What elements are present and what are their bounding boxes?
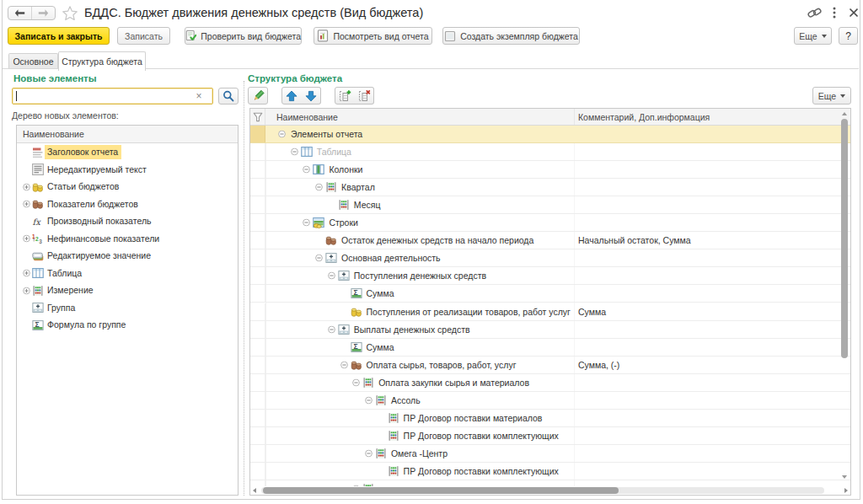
search-input[interactable] [12, 88, 213, 105]
help-button[interactable]: ? [839, 27, 858, 45]
get-link-icon[interactable] [806, 5, 823, 20]
structure-row-name: Строки [329, 214, 358, 231]
expander-minus-icon[interactable] [328, 272, 335, 280]
row-marker-cell [250, 339, 265, 356]
forward-button[interactable] [31, 7, 55, 19]
expander-minus-icon[interactable] [278, 131, 286, 138]
horizontal-scrollbar-thumb[interactable] [263, 487, 619, 494]
structure-row[interactable]: Ассоль [250, 392, 850, 410]
left-tree-item[interactable]: Заголовок отчета [17, 143, 238, 161]
structure-row[interactable]: Таблица [250, 143, 850, 161]
table-add-icon [338, 89, 351, 103]
scroll-left-icon[interactable] [253, 488, 256, 493]
search-button[interactable] [218, 88, 239, 105]
view-report-button[interactable]: Посмотреть вид отчета [314, 27, 432, 45]
structure-row[interactable]: ΣСумма [250, 285, 850, 303]
check-budget-view-button[interactable]: Проверить вид бюджета [185, 27, 302, 45]
expander-plus-icon[interactable] [23, 270, 30, 277]
move-up-button[interactable] [281, 87, 302, 105]
move-down-button[interactable] [301, 87, 321, 105]
row-marker-cell [250, 143, 265, 160]
structure-row[interactable]: ΣСумма [250, 339, 850, 357]
left-tree-item[interactable]: Таблица [17, 265, 238, 282]
structure-row-name: Остаток денежных средств на начало перио… [341, 232, 533, 249]
edit-button[interactable] [248, 87, 268, 105]
structure-row[interactable]: Остаток денежных средств на начало перио… [250, 232, 850, 249]
tab-budget-structure[interactable]: Структура бюджета [58, 51, 146, 71]
structure-row[interactable]: Оплата сырья, товаров, работ, услугСумма… [250, 357, 850, 374]
more-button-top[interactable]: Еще [794, 27, 832, 45]
structure-row[interactable]: Элементы отчета [250, 126, 850, 143]
expander-plus-icon[interactable] [23, 287, 30, 294]
structure-row[interactable]: Омега -Центр [250, 445, 850, 463]
scroll-down-icon[interactable] [842, 475, 847, 479]
left-tree-item[interactable]: fxПроизводный показатель [17, 212, 238, 230]
grid-header-name[interactable]: Наименование [276, 109, 338, 125]
expander-minus-icon[interactable] [315, 184, 323, 191]
expander-plus-icon[interactable] [23, 201, 30, 208]
scroll-up-icon[interactable] [842, 112, 847, 115]
expander-minus-icon[interactable] [303, 219, 310, 227]
expander-minus-icon[interactable] [352, 378, 360, 386]
left-tree-item[interactable]: Нередактируемый текст [17, 161, 238, 179]
coins-yellow-icon [32, 181, 44, 193]
left-tree-item[interactable]: 123Нефинансовые показатели [17, 230, 238, 248]
structure-row-name: Ассоль [391, 392, 421, 409]
create-budget-instance-button[interactable]: Создать экземпляр бюджета [442, 27, 580, 45]
structure-row[interactable]: ПР Договор поставки материалов [250, 410, 850, 427]
expander-minus-icon[interactable] [340, 361, 348, 368]
search-icon [222, 90, 234, 102]
more-button-structure[interactable]: Еще [812, 87, 851, 105]
structure-row[interactable]: Поступления денежных средств [250, 267, 850, 285]
clear-search-icon[interactable]: × [190, 88, 207, 105]
structure-row[interactable]: ПР Договор поставки комплектующих [250, 427, 850, 445]
expander-plus-icon[interactable] [23, 183, 30, 190]
left-tree-item[interactable]: Показатели бюджетов [17, 196, 238, 213]
structure-row[interactable]: Месяц [250, 196, 850, 214]
horizontal-scrollbar[interactable] [250, 486, 850, 495]
structure-row[interactable]: Строки [250, 214, 850, 232]
expander-minus-icon[interactable] [303, 166, 310, 174]
structure-row[interactable]: ПР Договор поставки комплектующих [250, 463, 850, 480]
pencil-icon [252, 89, 265, 102]
svg-text:3: 3 [39, 239, 42, 244]
left-tree-item[interactable]: Статьи бюджетов [17, 178, 238, 196]
structure-row[interactable]: Основная деятельность [250, 249, 850, 267]
vertical-scrollbar[interactable] [841, 110, 848, 485]
structure-row[interactable]: Колонки [250, 161, 850, 179]
structure-row[interactable]: Выплаты денежных средств [250, 321, 850, 339]
back-button[interactable] [8, 7, 31, 19]
grid-header-comment[interactable]: Комментарий, Доп.информация [574, 109, 710, 125]
save-button[interactable]: Записать [117, 27, 170, 45]
tab-main[interactable]: Основное [8, 53, 58, 68]
expander-minus-icon[interactable] [315, 255, 323, 262]
scroll-right-icon[interactable] [844, 488, 848, 493]
left-column-header[interactable]: Наименование [17, 126, 238, 143]
left-column-header-label: Наименование [23, 129, 84, 139]
remove-level-button[interactable] [354, 87, 374, 105]
structure-row-name: Сумма [367, 339, 394, 356]
structure-row[interactable]: Поступления от реализации товаров, работ… [250, 303, 850, 321]
expander-plus-icon[interactable] [23, 235, 30, 243]
save-and-close-button[interactable]: Записать и закрыть [8, 27, 110, 45]
vertical-scrollbar-thumb[interactable] [841, 119, 848, 358]
left-tree-item[interactable]: Группа [17, 299, 238, 317]
expander-minus-icon[interactable] [365, 449, 373, 457]
expander-minus-icon[interactable] [291, 148, 298, 156]
structure-row[interactable]: Квартал [250, 179, 850, 196]
add-level-button[interactable] [335, 87, 355, 105]
left-tree-item[interactable]: Редактируемое значение [17, 247, 238, 265]
filter-column-header[interactable] [250, 109, 265, 125]
chevron-down-icon [840, 94, 845, 98]
left-tree-item[interactable]: Измерение [17, 281, 238, 299]
expander-minus-icon[interactable] [365, 396, 373, 404]
menu-kebab-icon[interactable] [826, 5, 843, 20]
close-icon[interactable] [845, 5, 862, 20]
favorite-star-icon[interactable] [62, 5, 78, 22]
panel-splitter[interactable] [244, 81, 244, 496]
left-tree-item[interactable]: ΣФормула по группе [17, 316, 238, 334]
more-label-structure: Еще [818, 91, 836, 101]
document-check-icon [185, 29, 196, 42]
expander-minus-icon[interactable] [328, 325, 335, 333]
structure-row[interactable]: Оплата закупки сырья и материалов [250, 374, 850, 392]
